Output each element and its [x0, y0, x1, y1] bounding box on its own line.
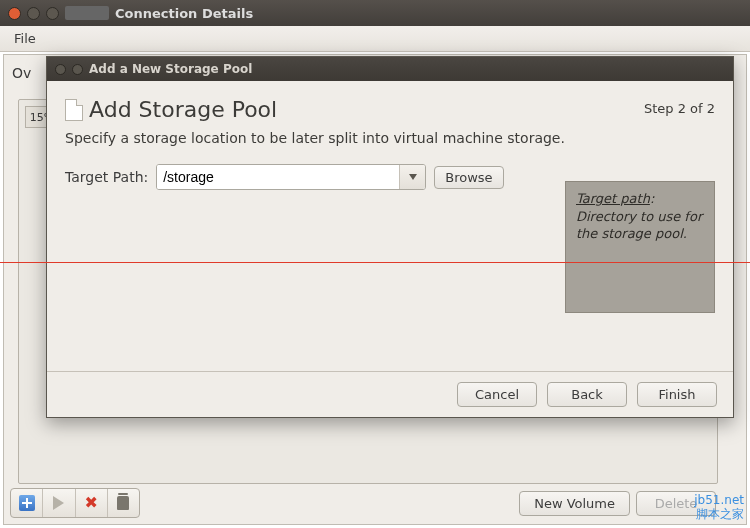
- menu-file[interactable]: File: [8, 28, 42, 49]
- minimize-icon[interactable]: [27, 7, 40, 20]
- browse-button[interactable]: Browse: [434, 166, 503, 189]
- help-panel: Target path: Directory to use for the st…: [565, 181, 715, 313]
- new-volume-button[interactable]: New Volume: [519, 491, 630, 516]
- play-icon: [53, 496, 64, 510]
- target-path-label: Target Path:: [65, 169, 148, 185]
- pool-toolbar: ✖: [10, 488, 140, 518]
- target-path-input[interactable]: [157, 165, 399, 189]
- chevron-down-icon: [409, 174, 417, 180]
- cancel-button[interactable]: Cancel: [457, 382, 537, 407]
- dialog-footer: Cancel Back Finish: [47, 371, 733, 417]
- delete-pool-button[interactable]: [108, 489, 139, 517]
- menubar: File: [0, 26, 750, 52]
- help-body: Directory to use for the storage pool.: [576, 209, 702, 242]
- stop-pool-button[interactable]: ✖: [76, 489, 108, 517]
- add-storage-pool-dialog: Add a New Storage Pool Add Storage Pool …: [46, 56, 734, 418]
- dialog-header: Add Storage Pool: [89, 97, 277, 122]
- dialog-minimize-icon[interactable]: [72, 64, 83, 75]
- trash-icon: [117, 496, 129, 510]
- maximize-icon[interactable]: [46, 7, 59, 20]
- overview-label-truncated: Ov: [12, 65, 31, 81]
- finish-button[interactable]: Finish: [637, 382, 717, 407]
- document-icon: [65, 99, 83, 121]
- dialog-subtitle: Specify a storage location to be later s…: [65, 130, 715, 146]
- dialog-titlebar: Add a New Storage Pool: [47, 57, 733, 81]
- target-path-dropdown-button[interactable]: [399, 165, 425, 189]
- parent-window-title: Connection Details: [115, 6, 253, 21]
- watermark-label: 脚本之家: [694, 508, 744, 522]
- target-path-combo: [156, 164, 426, 190]
- dialog-title: Add a New Storage Pool: [89, 62, 252, 76]
- dialog-close-icon[interactable]: [55, 64, 66, 75]
- close-icon[interactable]: [8, 7, 21, 20]
- plus-icon: [19, 495, 35, 511]
- app-icon-placeholder: [65, 6, 109, 20]
- add-pool-button[interactable]: [11, 489, 43, 517]
- help-title: Target path: [576, 191, 650, 206]
- watermark-site: jb51.net: [694, 494, 744, 508]
- start-pool-button[interactable]: [43, 489, 75, 517]
- watermark: jb51.net 脚本之家: [694, 494, 744, 522]
- back-button[interactable]: Back: [547, 382, 627, 407]
- x-icon: ✖: [84, 495, 97, 511]
- step-indicator: Step 2 of 2: [644, 97, 715, 116]
- parent-window-titlebar: Connection Details: [0, 0, 750, 26]
